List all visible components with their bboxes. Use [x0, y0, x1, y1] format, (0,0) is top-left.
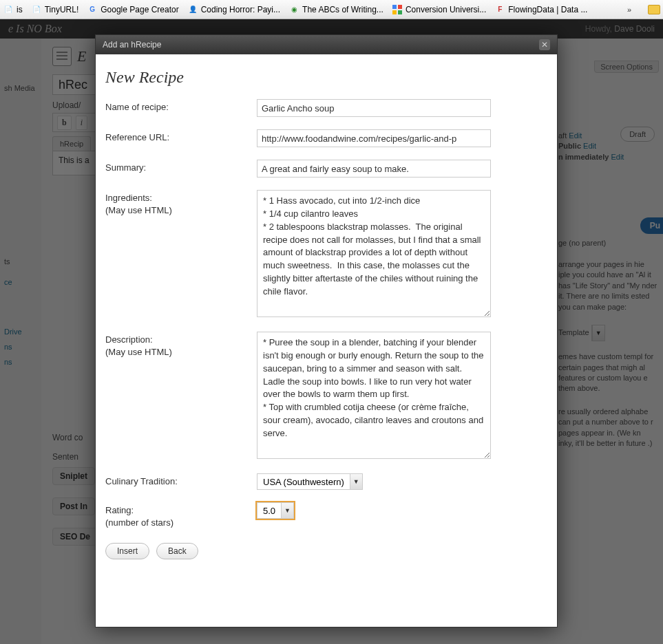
bookmark-item[interactable]: 📄 TinyURL! — [31, 4, 79, 15]
sidebar-item[interactable]: Drive — [4, 328, 37, 336]
reference-url-input[interactable] — [257, 129, 491, 147]
sidebar-item[interactable]: ns — [4, 358, 37, 366]
edit-link[interactable]: Edit — [569, 131, 582, 140]
italic-button[interactable]: i — [76, 116, 87, 130]
bookmark-item[interactable]: G Google Page Creator — [87, 4, 178, 15]
admin-sidebar: sh Media ts ce Drive ns ns — [0, 39, 41, 644]
sidebar-item[interactable]: sh Media — [4, 84, 37, 92]
bookmark-item[interactable]: F FlowingData | Data ... — [494, 4, 587, 15]
description-textarea[interactable] — [257, 332, 491, 459]
admin-right-col: Draft Pr aft Edit Public Edit n immediat… — [553, 39, 663, 644]
google-color-icon — [392, 4, 403, 15]
back-button[interactable]: Back — [156, 543, 198, 559]
edit-link[interactable]: Edit — [611, 153, 624, 161]
save-draft-button[interactable]: Draft — [620, 127, 655, 142]
bookmark-item[interactable]: 📄 is — [3, 4, 23, 15]
user-link[interactable]: Dave Dooli — [614, 24, 655, 34]
seo-box[interactable]: SEO De — [52, 528, 98, 546]
page-icon: 📄 — [31, 4, 42, 15]
insert-button[interactable]: Insert — [105, 543, 149, 559]
page-icon — [52, 47, 72, 66]
svg-rect-1 — [398, 5, 402, 9]
hrecipe-modal: Add an hRecipe ✕ New Recipe Name of reci… — [95, 34, 558, 627]
sniplets-box[interactable]: Sniplet — [52, 467, 95, 485]
close-icon[interactable]: ✕ — [539, 39, 550, 50]
rating-select[interactable]: 5.0 ▼ — [257, 502, 294, 519]
bookmark-label: TinyURL! — [45, 5, 79, 14]
bookmark-label: is — [17, 5, 23, 14]
postinfo-box[interactable]: Post In — [52, 497, 95, 515]
summary-input[interactable] — [257, 160, 491, 178]
bookmark-label: Google Page Creator — [101, 5, 178, 14]
modal-title-text: Add an hRecipe — [103, 40, 161, 50]
howdy-text: Howdy, Dave Dooli — [585, 24, 655, 34]
rating-label: Rating: (number of stars) — [105, 502, 257, 529]
bookmarks-bar: 📄 is 📄 TinyURL! G Google Page Creator 👤 … — [0, 0, 663, 19]
edit-link[interactable]: Edit — [583, 142, 596, 150]
modal-header: Add an hRecipe ✕ — [96, 35, 557, 54]
culinary-tradition-select[interactable]: USA (Southwestern) ▼ — [257, 473, 363, 490]
bold-button[interactable]: b — [57, 116, 72, 130]
chevron-down-icon: ▼ — [281, 503, 293, 518]
codinghorror-icon: 👤 — [187, 4, 198, 15]
svg-rect-2 — [392, 10, 397, 14]
svg-rect-3 — [398, 10, 402, 14]
bookmark-label: Coding Horror: Payi... — [201, 5, 280, 14]
bookmark-item[interactable]: 👤 Coding Horror: Payi... — [187, 4, 280, 15]
ingredients-label: Ingredients: (May use HTML) — [105, 190, 257, 217]
svg-rect-0 — [392, 5, 397, 9]
sidebar-item[interactable]: ce — [4, 278, 37, 286]
tab-hrecipe[interactable]: hRecip — [52, 136, 91, 151]
modal-heading: New Recipe — [105, 68, 545, 87]
modal-body: New Recipe Name of recipe: Reference URL… — [96, 54, 557, 627]
name-label: Name of recipe: — [105, 99, 257, 114]
sidebar-item[interactable]: ns — [4, 343, 37, 351]
ingredients-textarea[interactable] — [257, 190, 491, 317]
chevron-down-icon: ▼ — [350, 474, 362, 489]
recipe-name-input[interactable] — [257, 99, 491, 117]
site-title: e Is NO Box — [8, 23, 62, 35]
globe-icon: ◉ — [288, 4, 299, 15]
description-label: Description: (May use HTML) — [105, 332, 257, 358]
template-select[interactable]: ▼ — [591, 325, 605, 341]
culinary-tradition-label: Culinary Tradition: — [105, 473, 257, 488]
bookmark-folder-icon[interactable] — [648, 5, 660, 14]
bookmark-label: The ABCs of Writing... — [302, 5, 383, 14]
sidebar-item[interactable]: ts — [4, 257, 37, 266]
screen-options-tab[interactable]: Screen Options — [594, 61, 659, 73]
bookmark-label: FlowingData | Data ... — [508, 5, 587, 14]
publish-button[interactable]: Pu — [640, 217, 663, 234]
bookmark-item[interactable]: ◉ The ABCs of Writing... — [288, 4, 383, 15]
summary-label: Summary: — [105, 160, 257, 174]
page-icon: 📄 — [3, 4, 14, 15]
bookmark-overflow-button[interactable]: » — [623, 6, 635, 14]
flowingdata-icon: F — [494, 4, 505, 15]
google-icon: G — [87, 4, 98, 15]
bookmark-item[interactable]: Conversion Universi... — [392, 4, 486, 15]
reference-url-label: Reference URL: — [105, 129, 257, 144]
bookmark-label: Conversion Universi... — [406, 5, 486, 14]
